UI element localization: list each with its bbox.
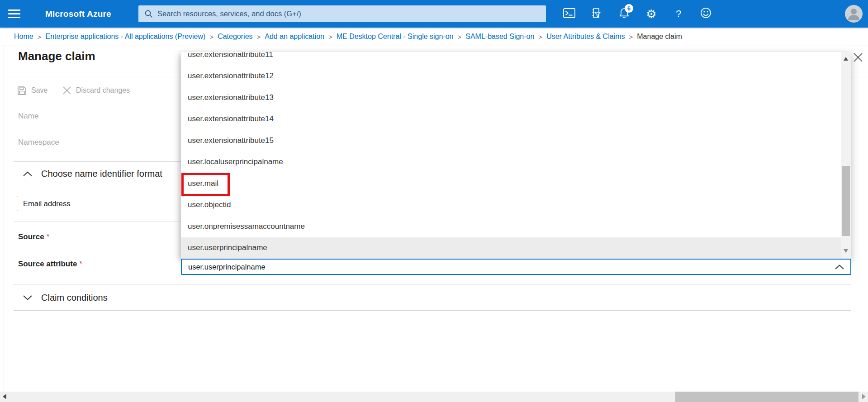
account-avatar[interactable]: [845, 5, 863, 23]
dropdown-option[interactable]: user.extensionattribute15: [181, 130, 841, 151]
settings-button[interactable]: ⚙: [640, 0, 662, 28]
dropdown-option[interactable]: user.extensionattribute14: [181, 109, 841, 130]
source-label: Source*: [18, 232, 49, 241]
breadcrumb-separator: >: [257, 33, 261, 41]
breadcrumb-separator: >: [38, 33, 42, 41]
section-divider: [14, 284, 851, 284]
dropdown-option[interactable]: user.extensionattribute12: [181, 66, 841, 87]
help-icon: ?: [676, 8, 681, 20]
notifications-button[interactable]: 6: [613, 0, 635, 28]
name-identifier-format-value: Email address: [23, 199, 71, 208]
namespace-label: Namespace: [18, 138, 59, 147]
dropdown-option[interactable]: user.onpremisessamaccountname: [181, 216, 841, 237]
horizontal-scrollbar-thumb[interactable]: [675, 392, 859, 402]
horizontal-scrollbar[interactable]: [0, 392, 868, 402]
search-icon: [144, 9, 153, 18]
chevron-up-icon: [23, 171, 32, 176]
save-label: Save: [31, 86, 47, 95]
directory-filter-icon: [590, 8, 602, 20]
global-search[interactable]: [138, 5, 546, 22]
close-blade-button[interactable]: [852, 52, 864, 63]
discard-changes-button[interactable]: Discard changes: [62, 84, 130, 97]
azure-portal-window: Microsoft Azure 6 ⚙ ?: [0, 0, 868, 402]
dropdown-vertical-scrollbar[interactable]: [841, 52, 851, 259]
source-attribute-value: user.userprincipalname: [188, 263, 835, 271]
breadcrumb-item[interactable]: Enterprise applications - All applicatio…: [45, 33, 205, 41]
breadcrumb-separator: >: [328, 33, 332, 41]
dropdown-option[interactable]: user.extensionattribute11: [181, 52, 841, 66]
brand-title[interactable]: Microsoft Azure: [45, 0, 111, 28]
breadcrumb-item[interactable]: User Attributes & Claims: [546, 33, 625, 41]
dropdown-option[interactable]: user.objectid: [181, 194, 841, 216]
cloud-shell-icon: [563, 8, 575, 20]
hamburger-icon: [8, 9, 20, 18]
claim-conditions-section-label: Claim conditions: [41, 293, 108, 303]
dropdown-option[interactable]: user.extensionattribute13: [181, 87, 841, 109]
dropdown-option[interactable]: user.localuserprincipalname: [181, 151, 841, 173]
notification-badge: 6: [625, 4, 633, 13]
claim-conditions-section-header[interactable]: Claim conditions: [23, 293, 108, 303]
help-button[interactable]: ?: [668, 0, 689, 28]
name-label: Name: [18, 112, 38, 121]
scroll-up-arrow-icon[interactable]: [844, 57, 848, 61]
discard-changes-label: Discard changes: [76, 86, 130, 95]
breadcrumb-item[interactable]: SAML-based Sign-on: [465, 33, 534, 41]
feedback-smiley-icon: [700, 7, 711, 20]
page-title: Manage claim: [18, 49, 95, 63]
dropdown-option[interactable]: user.mail: [181, 173, 841, 194]
feedback-button[interactable]: [695, 0, 716, 28]
name-identifier-section-header[interactable]: Choose name identifier format: [23, 169, 162, 179]
breadcrumb: Home>Enterprise applications - All appli…: [0, 28, 868, 46]
required-asterisk: *: [47, 232, 50, 241]
save-icon: [17, 86, 27, 95]
gear-icon: ⚙: [646, 8, 656, 20]
breadcrumb-separator: >: [458, 33, 462, 41]
close-icon: [853, 52, 863, 62]
breadcrumb-item[interactable]: ME Desktop Central - Single sign-on: [337, 33, 454, 41]
scroll-right-arrow-icon[interactable]: [862, 394, 866, 399]
breadcrumb-item[interactable]: Home: [14, 33, 33, 41]
cloud-shell-button[interactable]: [558, 0, 580, 28]
discard-x-icon: [62, 86, 71, 95]
breadcrumb-item[interactable]: Add an application: [265, 33, 324, 41]
breadcrumb-item: Manage claim: [637, 33, 682, 41]
search-input[interactable]: [157, 9, 546, 18]
attribute-listbox-items: user.extensionattribute11user.extensiona…: [181, 52, 841, 259]
breadcrumb-separator: >: [209, 33, 213, 41]
breadcrumb-separator: >: [538, 33, 542, 41]
top-bar: Microsoft Azure 6 ⚙ ?: [0, 0, 868, 28]
directory-filter-button[interactable]: [585, 0, 607, 28]
scrollbar-thumb[interactable]: [842, 166, 850, 236]
source-attribute-listbox: user.extensionattribute11user.extensiona…: [181, 52, 851, 259]
name-identifier-section-label: Choose name identifier format: [41, 169, 162, 179]
portal-menu-button[interactable]: [0, 0, 28, 28]
scroll-left-arrow-icon[interactable]: [3, 394, 6, 399]
chevron-up-icon[interactable]: [835, 265, 844, 270]
chevron-down-icon: [23, 295, 32, 300]
breadcrumb-separator: >: [629, 33, 633, 41]
required-asterisk: *: [79, 260, 82, 268]
breadcrumb-item[interactable]: Categories: [218, 33, 252, 41]
save-button[interactable]: Save: [17, 84, 47, 97]
dropdown-option[interactable]: user.userprincipalname: [181, 237, 841, 259]
source-attribute-label: Source attribute*: [18, 260, 82, 269]
section-divider: [14, 310, 851, 311]
blade-left-border: [4, 46, 4, 392]
scroll-down-arrow-icon[interactable]: [844, 249, 848, 253]
source-attribute-combobox[interactable]: user.userprincipalname: [181, 259, 851, 275]
